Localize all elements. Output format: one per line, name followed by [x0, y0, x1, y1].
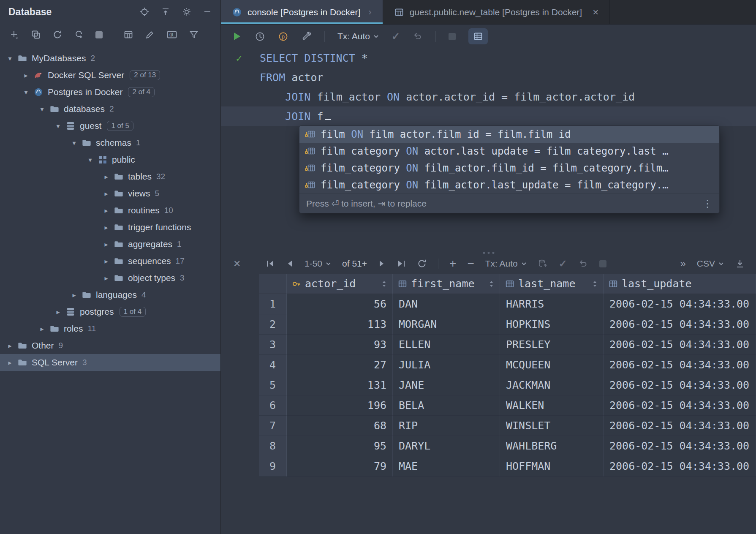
duplicate-icon[interactable] — [31, 30, 41, 40]
cell-actor_id[interactable]: 68 — [287, 416, 393, 436]
cell-first_name[interactable]: RIP — [393, 416, 500, 436]
chevron-right-icon[interactable]: ▸ — [68, 291, 80, 299]
cell-last_update[interactable]: 2006-02-15 04:34:33.00 — [604, 314, 756, 335]
tree-item-schemas[interactable]: ▾schemas1 — [0, 134, 220, 151]
cell-last_update[interactable]: 2006-02-15 04:34:33.00 — [604, 436, 756, 456]
rollback-icon[interactable] — [578, 259, 588, 269]
tree-item-roles[interactable]: ▸roles11 — [0, 320, 220, 337]
column-header-actor_id[interactable]: actor_id — [287, 274, 393, 294]
cell-last_update[interactable]: 2006-02-15 04:34:33.00 — [604, 355, 756, 375]
cell-first_name[interactable]: BELA — [393, 395, 500, 416]
stop-icon[interactable] — [95, 31, 103, 38]
tree-item-public[interactable]: ▾public — [0, 151, 220, 168]
query-console-icon[interactable]: QL — [166, 30, 177, 40]
add-row-icon[interactable]: + — [449, 258, 456, 270]
chevron-right-icon[interactable]: ▸ — [36, 325, 48, 333]
commit-check-icon[interactable]: ✓ — [559, 258, 567, 270]
sort-icon[interactable] — [592, 280, 598, 288]
cell-actor_id[interactable]: 113 — [287, 314, 393, 335]
completion-item-4[interactable]: film_category ON film_actor.last_update … — [299, 177, 719, 193]
cell-last_update[interactable]: 2006-02-15 04:34:33.00 — [604, 416, 756, 436]
more-toolbar-icon[interactable]: » — [680, 258, 685, 270]
wrench-icon[interactable] — [301, 31, 312, 42]
settings-gear-icon[interactable] — [182, 7, 192, 17]
delete-row-icon[interactable]: − — [467, 258, 474, 270]
chevron-down-icon[interactable]: ▾ — [52, 122, 64, 130]
chevron-right-icon[interactable]: ▸ — [4, 342, 16, 350]
row-number[interactable]: 8 — [259, 436, 287, 456]
chevron-down-icon[interactable]: ▾ — [36, 105, 48, 113]
cell-last_name[interactable]: PRESLEY — [500, 335, 604, 355]
tree-item-sql-server[interactable]: ▸SQL Server3 — [0, 354, 220, 371]
page-size-dropdown[interactable]: 1-50 — [305, 259, 331, 269]
row-count-button[interactable]: of 51+ — [342, 259, 367, 269]
cell-last_name[interactable]: WINSLET — [500, 416, 604, 436]
cell-actor_id[interactable]: 95 — [287, 436, 393, 456]
cell-last_name[interactable]: HOFFMAN — [500, 456, 604, 477]
stop-icon[interactable] — [599, 260, 606, 267]
tab-console[interactable]: console [Postgres in Docker] › — [221, 0, 383, 24]
row-number[interactable]: 1 — [259, 294, 287, 314]
row-number[interactable]: 6 — [259, 395, 287, 416]
column-header-last_update[interactable]: last_update — [604, 274, 756, 294]
completion-item-3[interactable]: film_category ON film_actor.film_id = fi… — [299, 160, 719, 177]
cell-first_name[interactable]: JANE — [393, 375, 500, 395]
hide-panel-icon[interactable] — [203, 7, 212, 16]
cell-last_name[interactable]: HOPKINS — [500, 314, 604, 335]
tree-item-trigger-functions[interactable]: ▸trigger functions — [0, 219, 220, 236]
tree-item-mydatabases[interactable]: ▾MyDatabases2 — [0, 50, 220, 67]
download-icon[interactable] — [735, 259, 745, 269]
code-line-2[interactable]: FROM actor — [221, 68, 756, 87]
chevron-down-icon[interactable]: ▾ — [84, 156, 96, 164]
chevron-down-icon[interactable]: ▾ — [68, 139, 80, 147]
cell-last_name[interactable]: WAHLBERG — [500, 436, 604, 456]
cell-last_update[interactable]: 2006-02-15 04:34:33.00 — [604, 395, 756, 416]
kebab-menu-icon[interactable]: ⋮ — [702, 198, 712, 210]
chevron-right-icon[interactable]: ▸ — [101, 240, 112, 248]
stop-icon[interactable] — [449, 33, 456, 40]
close-tab-icon[interactable]: × — [593, 6, 598, 18]
new-datasource-icon[interactable] — [9, 30, 19, 40]
next-page-icon[interactable] — [378, 259, 386, 268]
history-clock-icon[interactable] — [255, 31, 265, 42]
filter-icon[interactable] — [189, 30, 199, 40]
row-number[interactable]: 5 — [259, 375, 287, 395]
tree-item-sequences[interactable]: ▸sequences17 — [0, 253, 220, 270]
chevron-right-icon[interactable]: ▸ — [4, 359, 16, 367]
cell-actor_id[interactable]: 93 — [287, 335, 393, 355]
chevron-right-icon[interactable]: ▸ — [52, 308, 64, 316]
last-page-icon[interactable] — [397, 259, 406, 268]
column-header-first_name[interactable]: first_name — [393, 274, 500, 294]
row-number[interactable]: 2 — [259, 314, 287, 335]
cell-last_update[interactable]: 2006-02-15 04:34:33.00 — [604, 294, 756, 314]
p-badge-icon[interactable]: p — [278, 31, 288, 42]
close-results-icon[interactable]: × — [234, 258, 240, 270]
row-number[interactable]: 4 — [259, 355, 287, 375]
chevron-right-icon[interactable]: ▸ — [101, 190, 112, 198]
cell-last_name[interactable]: WALKEN — [500, 395, 604, 416]
tree-item-docker-sql-server[interactable]: ▸Docker SQL Server2 of 13 — [0, 67, 220, 84]
tx-mode-dropdown[interactable]: Tx: Auto — [337, 31, 379, 41]
prev-page-icon[interactable] — [286, 259, 294, 268]
code-line-1[interactable]: ✓SELECT DISTINCT * — [221, 48, 756, 68]
sync-edit-icon[interactable] — [74, 30, 84, 40]
code-line-3[interactable]: JOIN film_actor ON actor.actor_id = film… — [221, 87, 756, 106]
sort-icon[interactable] — [381, 280, 387, 288]
chevron-down-icon[interactable]: ▾ — [20, 88, 32, 96]
tab-new-table[interactable]: guest.public.new_table [Postgres in Dock… — [383, 0, 610, 24]
export-format-dropdown[interactable]: CSV — [697, 259, 724, 269]
column-header-last_name[interactable]: last_name — [500, 274, 604, 294]
completion-item-2[interactable]: film_category ON actor.last_update = fil… — [299, 143, 719, 160]
tree-item-aggregates[interactable]: ▸aggregates1 — [0, 236, 220, 253]
cell-last_name[interactable]: MCQUEEN — [500, 355, 604, 375]
tree-item-object-types[interactable]: ▸object types3 — [0, 270, 220, 286]
code-line-4[interactable]: JOIN f — [221, 106, 756, 126]
cell-first_name[interactable]: ELLEN — [393, 335, 500, 355]
tree-item-databases[interactable]: ▾databases2 — [0, 101, 220, 117]
cell-last_update[interactable]: 2006-02-15 04:34:33.00 — [604, 335, 756, 355]
cell-first_name[interactable]: JULIA — [393, 355, 500, 375]
tree-item-views[interactable]: ▸views5 — [0, 185, 220, 202]
chevron-right-icon[interactable]: ▸ — [101, 207, 112, 215]
cell-last_update[interactable]: 2006-02-15 04:34:33.00 — [604, 375, 756, 395]
refresh-icon[interactable] — [52, 30, 63, 40]
